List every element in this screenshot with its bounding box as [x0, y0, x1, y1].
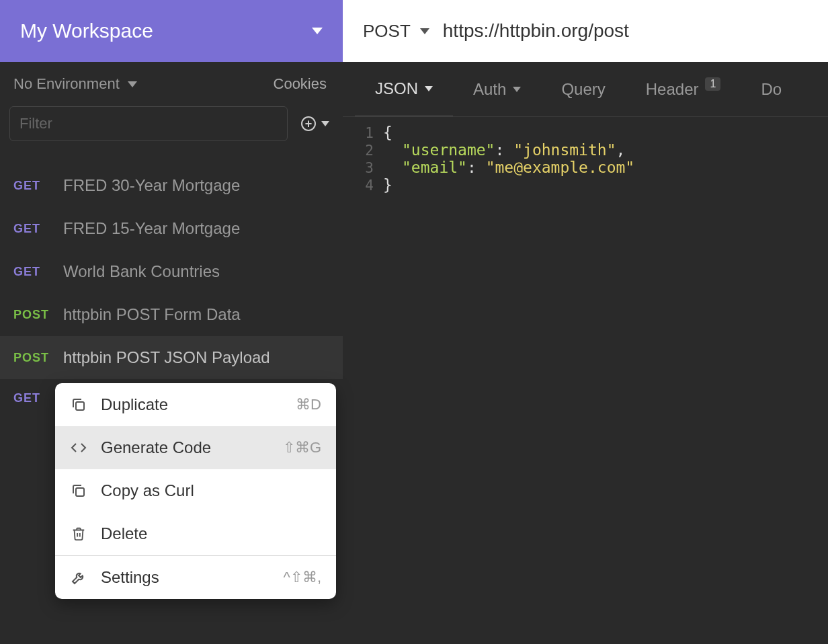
filter-input[interactable] [9, 106, 288, 141]
menu-item-generate-code[interactable]: Generate Code⇧⌘G [55, 426, 336, 469]
request-method: GET [13, 222, 50, 236]
add-request-button[interactable]: + [301, 116, 329, 131]
line-number: 3 [343, 160, 383, 176]
request-item[interactable]: GETWorld Bank Countries [0, 250, 343, 293]
request-name: FRED 15-Year Mortgage [63, 219, 240, 238]
request-tabs: JSON Auth Query Header 1 Do [343, 62, 828, 117]
line-number: 2 [343, 143, 383, 159]
tab-auth[interactable]: Auth [453, 63, 541, 116]
duplicate-icon [70, 396, 87, 413]
request-item[interactable]: GETFRED 15-Year Mortgage [0, 207, 343, 250]
trash-icon [70, 525, 87, 542]
http-method-selector[interactable]: POST [363, 21, 429, 42]
chevron-down-icon [128, 81, 137, 87]
menu-item-delete[interactable]: Delete [55, 512, 336, 555]
menu-item-shortcut: ^⇧⌘, [284, 569, 321, 586]
tab-label: Query [561, 80, 605, 99]
request-method: POST [13, 351, 50, 365]
line-number: 4 [343, 177, 383, 194]
workspace-title: My Workspace [20, 19, 153, 42]
request-method: GET [13, 391, 50, 405]
tab-label: Header [646, 80, 699, 99]
request-name: FRED 30-Year Mortgage [63, 176, 240, 195]
menu-item-label: Duplicate [101, 395, 168, 414]
menu-item-shortcut: ⇧⌘G [283, 439, 321, 456]
header-count-badge: 1 [705, 77, 720, 91]
url-bar: POST https://httpbin.org/post [343, 0, 828, 62]
menu-item-copy-as-curl[interactable]: Copy as Curl [55, 469, 336, 512]
tab-label: Auth [473, 80, 506, 99]
tab-query[interactable]: Query [541, 63, 625, 116]
request-name: World Bank Countries [63, 262, 220, 281]
svg-rect-0 [76, 402, 84, 410]
tab-docs[interactable]: Do [741, 63, 802, 116]
request-item[interactable]: GETFRED 30-Year Mortgage [0, 164, 343, 207]
request-method: GET [13, 179, 50, 193]
code-icon [70, 439, 87, 456]
env-row: No Environment Cookies [0, 62, 343, 101]
request-list: GETFRED 30-Year MortgageGETFRED 15-Year … [0, 164, 343, 417]
tab-body[interactable]: JSON [355, 62, 453, 116]
chevron-down-icon [420, 28, 429, 34]
line-number: 1 [343, 125, 383, 141]
menu-item-label: Generate Code [101, 438, 211, 457]
http-method-label: POST [363, 21, 411, 42]
json-body-editor[interactable]: 1 { 2 "username": "johnsmith", 3 "email"… [343, 117, 828, 200]
request-method: POST [13, 308, 50, 322]
cookies-link[interactable]: Cookies [274, 75, 327, 93]
menu-item-label: Delete [101, 524, 147, 543]
chevron-down-icon [321, 121, 329, 126]
filter-row: + [0, 101, 343, 152]
chevron-down-icon [513, 87, 521, 92]
duplicate-icon [70, 482, 87, 499]
workspace-selector[interactable]: My Workspace [0, 0, 343, 62]
main-panel: POST https://httpbin.org/post JSON Auth … [343, 0, 828, 644]
request-context-menu: Duplicate⌘DGenerate Code⇧⌘GCopy as CurlD… [55, 383, 336, 599]
request-item[interactable]: POSThttpbin POST JSON Payload [0, 336, 343, 379]
request-name: httpbin POST JSON Payload [63, 348, 270, 367]
request-method: GET [13, 265, 50, 279]
url-input[interactable]: https://httpbin.org/post [443, 20, 629, 42]
sidebar: My Workspace No Environment Cookies + GE… [0, 0, 343, 644]
request-name: httpbin POST Form Data [63, 305, 241, 324]
environment-selector[interactable]: No Environment [13, 75, 137, 93]
tab-label: Do [761, 80, 782, 99]
tab-label: JSON [375, 79, 418, 98]
chevron-down-icon [425, 86, 433, 91]
menu-item-settings[interactable]: Settings^⇧⌘, [55, 556, 336, 599]
environment-label: No Environment [13, 75, 120, 93]
svg-rect-1 [76, 488, 84, 496]
menu-item-label: Copy as Curl [101, 481, 194, 500]
chevron-down-icon [312, 28, 323, 34]
wrench-icon [70, 569, 87, 586]
request-item[interactable]: POSThttpbin POST Form Data [0, 293, 343, 336]
menu-item-shortcut: ⌘D [296, 396, 321, 413]
menu-item-duplicate[interactable]: Duplicate⌘D [55, 383, 336, 426]
plus-circle-icon: + [301, 116, 316, 131]
tab-header[interactable]: Header 1 [626, 63, 741, 116]
menu-item-label: Settings [101, 568, 159, 587]
